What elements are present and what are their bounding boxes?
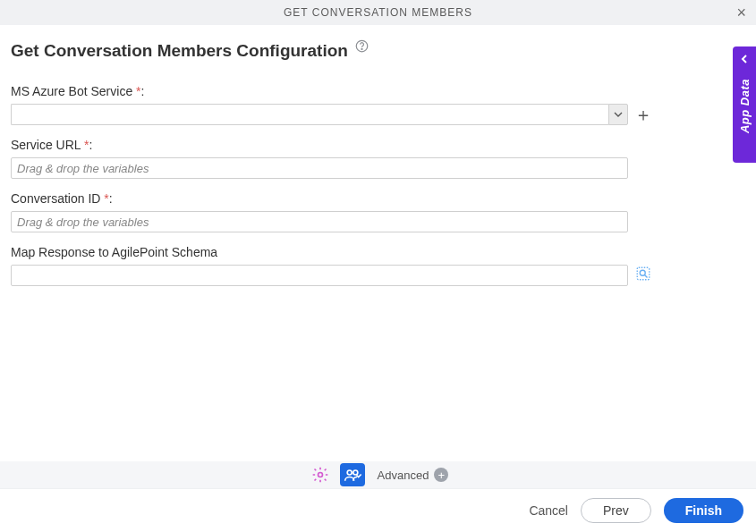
service-url-input[interactable] (11, 157, 628, 179)
add-icon[interactable]: ＋ (635, 106, 651, 122)
svg-point-3 (640, 270, 645, 275)
field-conversation-id: Conversation ID *: (11, 191, 745, 232)
svg-rect-2 (637, 267, 650, 280)
gear-icon[interactable] (308, 463, 333, 486)
label-text: MS Azure Bot Service (11, 84, 132, 98)
bottom-toolbar: Advanced + (0, 461, 756, 488)
title-row: Get Conversation Members Configuration (0, 25, 756, 68)
label-conversation-id: Conversation ID *: (11, 191, 745, 206)
field-azure-bot-service: MS Azure Bot Service *: ＋ (11, 84, 745, 125)
close-icon[interactable]: × (736, 4, 747, 22)
app-data-label: App Data (738, 79, 752, 133)
map-response-input[interactable] (11, 265, 628, 286)
label-text: Conversation ID (11, 191, 100, 206)
config-form: MS Azure Bot Service *: ＋ Service URL *:… (0, 68, 756, 290)
advanced-toggle[interactable]: Advanced + (378, 468, 449, 482)
plus-circle-icon: + (434, 468, 448, 482)
prev-button[interactable]: Prev (581, 498, 651, 523)
label-map-response: Map Response to AgilePoint Schema (11, 245, 745, 259)
advanced-label: Advanced (378, 469, 429, 482)
dialog-title: GET CONVERSATION MEMBERS (284, 6, 472, 19)
cancel-button[interactable]: Cancel (529, 503, 568, 518)
label-service-url: Service URL *: (11, 138, 745, 152)
colon: : (109, 191, 113, 206)
field-map-response: Map Response to AgilePoint Schema (11, 245, 745, 286)
colon: : (89, 138, 92, 152)
dialog-header: GET CONVERSATION MEMBERS × (0, 0, 756, 25)
dialog-footer: Cancel Prev Finish (0, 488, 756, 532)
svg-point-4 (318, 473, 322, 477)
svg-point-5 (347, 470, 352, 475)
azure-bot-service-value[interactable] (11, 104, 608, 125)
chevron-down-icon[interactable] (608, 104, 628, 125)
chevron-left-icon (740, 52, 749, 66)
colon: : (141, 84, 145, 98)
people-icon[interactable] (340, 463, 365, 486)
label-text: Service URL (11, 138, 81, 152)
page-title: Get Conversation Members Configuration (11, 41, 348, 60)
azure-bot-service-select[interactable] (11, 104, 628, 125)
conversation-id-input[interactable] (11, 211, 628, 232)
svg-point-6 (353, 470, 357, 475)
finish-button[interactable]: Finish (664, 498, 743, 523)
svg-point-1 (361, 48, 362, 49)
app-data-tab[interactable]: App Data (733, 46, 756, 163)
field-service-url: Service URL *: (11, 138, 745, 179)
label-azure-bot-service: MS Azure Bot Service *: (11, 84, 745, 98)
help-icon[interactable] (355, 39, 369, 56)
schema-lookup-icon[interactable] (635, 266, 651, 285)
